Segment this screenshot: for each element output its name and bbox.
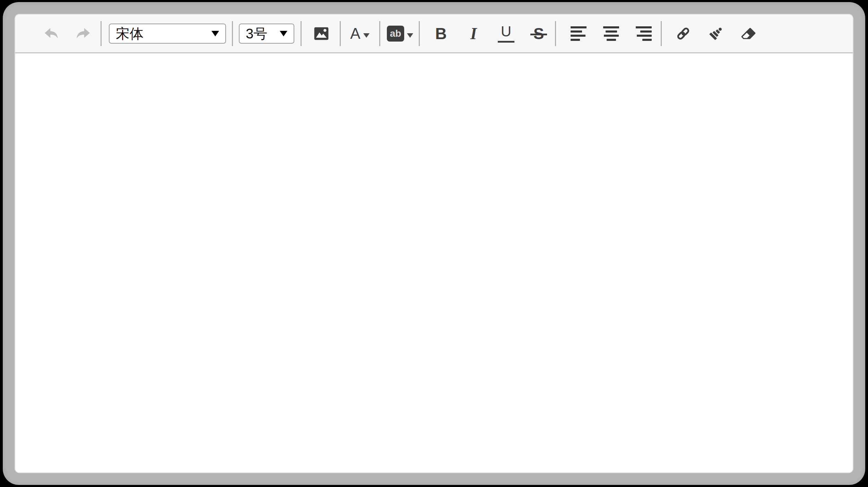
align-left-button[interactable] <box>562 17 595 50</box>
align-right-icon <box>636 26 652 41</box>
toolbar-separator <box>340 21 341 46</box>
editor-window-frame: 宋体 3号 A <box>3 2 865 485</box>
image-icon <box>314 27 329 41</box>
underline-bar <box>498 41 514 43</box>
toolbar-separator <box>301 21 302 46</box>
format-brush-icon <box>708 26 724 42</box>
toolbar-separator <box>232 21 233 46</box>
clear-format-button[interactable] <box>732 17 765 50</box>
bold-button[interactable]: B <box>425 17 457 50</box>
font-family-value: 宋体 <box>116 27 144 41</box>
toolbar-separator <box>661 21 662 46</box>
font-family-select[interactable]: 宋体 <box>109 24 226 44</box>
underline-button[interactable]: U <box>490 17 522 50</box>
editor-content[interactable] <box>15 53 853 472</box>
undo-button[interactable] <box>35 17 67 50</box>
insert-image-button[interactable] <box>305 17 338 50</box>
dropdown-caret-icon <box>363 33 370 38</box>
font-color-button[interactable]: A <box>344 17 376 50</box>
underline-label: U <box>501 24 511 39</box>
italic-icon: I <box>470 24 477 43</box>
redo-icon <box>75 25 93 42</box>
align-left-icon <box>571 26 587 41</box>
toolbar-separator <box>555 21 556 46</box>
strikethrough-icon: S <box>533 26 544 42</box>
font-size-value: 3号 <box>246 27 267 41</box>
font-color-icon: A <box>350 26 369 41</box>
format-brush-button[interactable] <box>700 17 732 50</box>
dropdown-caret-icon <box>407 33 413 38</box>
toolbar-separator <box>379 21 380 46</box>
editor-toolbar: 宋体 3号 A <box>15 15 853 53</box>
align-center-icon <box>603 26 619 41</box>
highlight-color-icon: ab <box>387 26 413 42</box>
toolbar-separator <box>419 21 420 46</box>
dropdown-caret-icon <box>211 31 219 36</box>
toolbar-separator <box>101 21 102 46</box>
align-center-button[interactable] <box>595 17 627 50</box>
italic-button[interactable]: I <box>457 17 490 50</box>
underline-icon: U <box>498 24 514 43</box>
align-right-button[interactable] <box>627 17 660 50</box>
redo-button[interactable] <box>67 17 100 50</box>
editor-panel: 宋体 3号 A <box>15 14 853 473</box>
insert-link-button[interactable] <box>667 17 700 50</box>
font-size-select[interactable]: 3号 <box>239 24 294 44</box>
strikethrough-bar <box>530 34 547 35</box>
font-color-label: A <box>350 26 360 41</box>
bold-icon: B <box>435 24 446 43</box>
dropdown-caret-icon <box>280 31 287 36</box>
highlight-label: ab <box>390 29 401 38</box>
eraser-icon <box>740 26 756 42</box>
highlight-ab-badge: ab <box>387 26 404 42</box>
strikethrough-button[interactable]: S <box>522 17 555 50</box>
highlight-color-button[interactable]: ab <box>384 17 416 50</box>
link-icon <box>675 26 691 42</box>
undo-icon <box>42 25 60 42</box>
